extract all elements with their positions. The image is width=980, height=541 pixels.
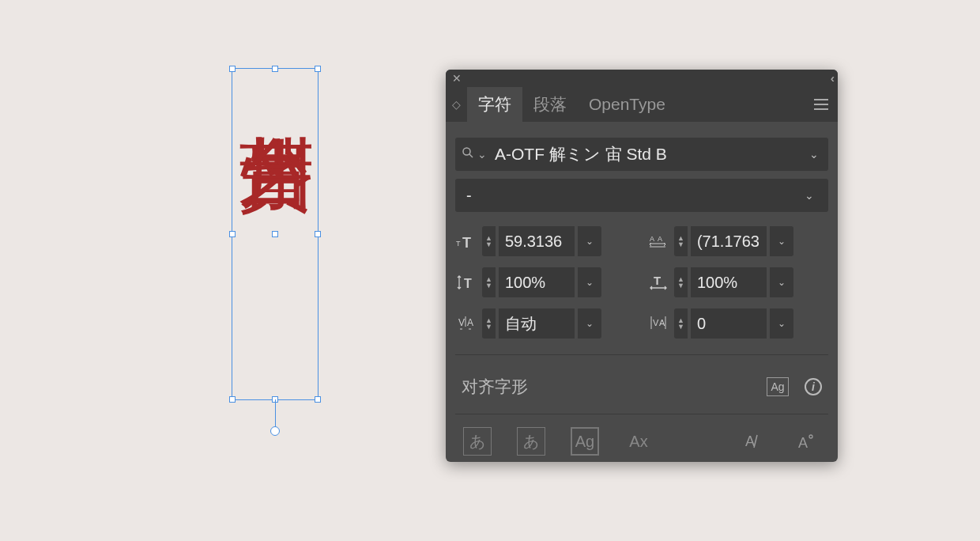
horizontal-scale-input[interactable]: [691, 267, 767, 297]
panel-body: ⌄ ⌄ - ⌄ TT ⌄ AA: [446, 122, 838, 471]
tab-opentype[interactable]: OpenType: [578, 87, 677, 122]
glyph-ag-button[interactable]: Ag: [571, 427, 599, 456]
kerning-icon: VA: [455, 313, 479, 334]
center-point[interactable]: [272, 231, 278, 237]
tab-bar: ◇ 字符 段落 OpenType: [446, 87, 838, 122]
kerning-spinner[interactable]: [482, 308, 496, 339]
resize-handle-top-left[interactable]: [229, 66, 236, 72]
svg-point-15: [809, 435, 812, 438]
vertical-scale-dropdown[interactable]: ⌄: [578, 267, 601, 297]
canvas-text-object[interactable]: 貴州茅台: [232, 68, 318, 400]
tab-character[interactable]: 字符: [467, 87, 522, 122]
horizontal-scale-dropdown[interactable]: ⌄: [770, 267, 793, 297]
leading-input[interactable]: [691, 226, 767, 256]
character-panel: ✕ ‹‹ ◇ 字符 段落 OpenType ⌄ ⌄ - ⌄ TT: [446, 70, 838, 462]
resize-handle-middle-left[interactable]: [229, 231, 236, 237]
glyph-ax-button[interactable]: Ax: [624, 427, 653, 456]
tracking-icon: VA: [647, 313, 671, 334]
glyph-hiragana-circled-button[interactable]: あ: [517, 427, 545, 456]
vertical-scale-input[interactable]: [499, 267, 575, 297]
font-size-control: TT ⌄: [455, 226, 636, 256]
panel-menu-icon[interactable]: [811, 96, 831, 113]
resize-handle-top-middle[interactable]: [272, 66, 278, 72]
style-dropdown-icon[interactable]: ⌄: [801, 186, 817, 205]
font-style-field[interactable]: - ⌄: [455, 179, 828, 212]
chevron-down-icon[interactable]: ⌄: [477, 148, 487, 161]
snap-to-glyph-icon[interactable]: Ag: [767, 377, 789, 396]
panel-titlebar[interactable]: ✕ ‹‹: [446, 70, 838, 87]
font-size-spinner[interactable]: [482, 226, 496, 256]
svg-text:T: T: [462, 235, 471, 250]
kerning-input[interactable]: [499, 308, 575, 339]
svg-text:A: A: [659, 318, 665, 327]
kerning-control: VA ⌄: [455, 308, 636, 339]
info-icon[interactable]: i: [805, 378, 822, 395]
close-icon[interactable]: ✕: [452, 72, 462, 85]
svg-text:T: T: [654, 274, 661, 287]
tab-paragraph[interactable]: 段落: [522, 87, 578, 122]
controls-grid: TT ⌄ AA ⌄ T ⌄: [455, 226, 828, 339]
panel-arrange-icon[interactable]: ◇: [452, 98, 461, 111]
glyph-superscript-button[interactable]: A: [792, 427, 820, 456]
glyph-buttons-row: あ あ Ag Ax A A: [455, 414, 828, 456]
svg-text:T: T: [456, 240, 461, 248]
svg-text:A: A: [745, 433, 755, 449]
leading-icon: AA: [647, 231, 671, 252]
font-size-dropdown[interactable]: ⌄: [578, 226, 601, 256]
rotation-handle[interactable]: [270, 426, 280, 436]
resize-handle-middle-right[interactable]: [315, 231, 321, 237]
horizontal-scale-icon: T: [647, 272, 671, 293]
tracking-input[interactable]: [691, 308, 767, 339]
svg-text:A: A: [658, 235, 662, 243]
search-icon: [462, 146, 474, 163]
tracking-spinner[interactable]: [674, 308, 688, 339]
svg-point-0: [463, 148, 470, 155]
svg-text:V: V: [458, 317, 465, 328]
font-family-input[interactable]: [495, 145, 806, 164]
vertical-scale-spinner[interactable]: [482, 267, 496, 297]
align-glyphs-header: 对齐字形 Ag i: [455, 354, 828, 414]
collapse-icon[interactable]: ‹‹: [831, 72, 831, 85]
svg-line-1: [469, 154, 473, 157]
font-family-field[interactable]: ⌄ ⌄: [455, 138, 828, 171]
tracking-control: VA ⌄: [647, 308, 828, 339]
tracking-dropdown[interactable]: ⌄: [770, 308, 793, 339]
vertical-scale-icon: T: [455, 272, 479, 293]
font-size-input[interactable]: [499, 226, 575, 256]
kerning-dropdown[interactable]: ⌄: [578, 308, 601, 339]
selection-bounds: [232, 68, 318, 400]
resize-handle-bottom-right[interactable]: [315, 396, 321, 403]
horizontal-scale-control: T ⌄: [647, 267, 828, 297]
svg-text:T: T: [464, 277, 472, 290]
vertical-scale-control: T ⌄: [455, 267, 636, 297]
resize-handle-top-right[interactable]: [315, 66, 321, 72]
font-style-value: -: [466, 187, 801, 205]
font-dropdown-icon[interactable]: ⌄: [806, 145, 822, 164]
align-glyphs-label: 对齐字形: [462, 376, 528, 398]
resize-handle-bottom-left[interactable]: [229, 396, 236, 403]
glyph-hiragana-button[interactable]: あ: [463, 427, 492, 456]
svg-text:A: A: [467, 317, 473, 328]
leading-control: AA ⌄: [647, 226, 828, 256]
leading-spinner[interactable]: [674, 226, 688, 256]
svg-text:A: A: [798, 435, 808, 451]
leading-dropdown[interactable]: ⌄: [770, 226, 793, 256]
horizontal-scale-spinner[interactable]: [674, 267, 688, 297]
glyph-angular-button[interactable]: A: [738, 427, 767, 456]
svg-text:V: V: [653, 318, 659, 327]
font-size-icon: TT: [455, 231, 479, 252]
svg-text:A: A: [650, 235, 654, 243]
